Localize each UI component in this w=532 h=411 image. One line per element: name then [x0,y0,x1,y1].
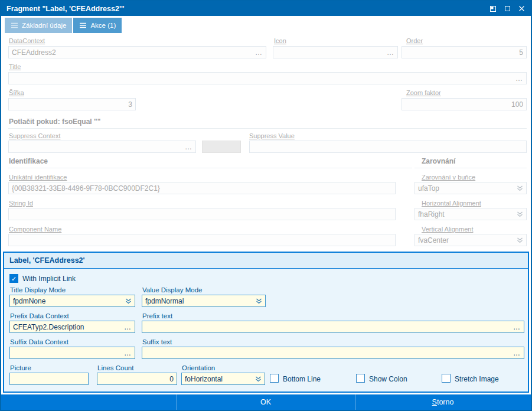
suppress-group-header: Potlačit pokud: fsoEqual "" [9,118,100,126]
dropdown-icon[interactable] [256,298,262,304]
dropdown-icon[interactable] [255,376,262,382]
footer-bar: OK Storno [1,394,531,410]
close-icon[interactable] [514,2,528,15]
title-display-mode-label: Title Display Mode [10,286,66,293]
bottom-line-checkbox[interactable] [270,374,279,383]
ok-button-label: OK [260,398,271,406]
zarovnani-v-bunce-combobox[interactable]: ufaTop [414,182,527,194]
with-implicit-link-checkbox[interactable]: ✓ [9,274,18,283]
value-display-mode-value: fpdmNormal [145,297,253,305]
component-name-label: Component Name [9,226,61,233]
zarovnani-v-bunce-value: ufaTop [418,184,514,193]
menu-icon [79,22,87,28]
order-value: 5 [405,48,523,57]
tab-akce[interactable]: Akce (1) [73,18,122,33]
browse-icon[interactable]: … [513,350,521,357]
panel-title: Label, 'CFEAddress2' [4,256,85,265]
component-name-field[interactable] [8,234,396,246]
suffix-data-context-label: Suffix Data Context [10,338,68,345]
order-label: Order [406,37,423,44]
browse-icon[interactable]: … [515,75,523,82]
orientation-label: Orientation [182,364,215,371]
horizontal-alignment-label: Horizontal Alignment [422,200,481,207]
storno-button[interactable]: Storno [355,394,530,410]
browse-icon[interactable]: … [387,49,394,56]
label-properties-panel: Label, 'CFEAddress2' ✓ With Implicit Lin… [3,252,529,393]
datacontext-field[interactable]: CFEAddress2 … [8,46,266,58]
unikatni-identifikace-value: {00B38321-33E8-4496-9F78-0BCC900DF2C1} [12,184,392,193]
zarovnani-v-bunce-label: Zarovnání v buňce [422,174,475,181]
prefix-data-context-value: CFEATyp2.Description [13,323,122,331]
dropdown-icon[interactable] [517,237,523,243]
browse-icon[interactable]: … [513,324,521,331]
value-display-mode-combobox[interactable]: fpdmNormal [142,295,266,307]
sirka-value: 3 [12,100,132,109]
browse-icon[interactable]: … [124,324,132,331]
suffix-text-field[interactable]: … [142,347,524,359]
dropdown-icon[interactable] [125,298,132,304]
title-display-mode-combobox[interactable]: fpdmNone [9,295,135,307]
show-colon-checkbox[interactable] [356,374,365,383]
lines-count-field[interactable]: 0 [97,373,177,385]
horizontal-alignment-value: fhaRight [418,210,514,218]
dropdown-icon[interactable] [517,211,523,217]
dropdown-icon[interactable] [517,185,523,191]
browse-icon[interactable]: … [255,49,263,56]
window-title: Fragment "Label, 'CFEAddress2'" [1,5,125,13]
suppress-operator-button[interactable] [202,141,241,153]
menu-icon [11,22,18,28]
vertical-alignment-label: Vertical Alignment [422,226,473,233]
bottom-line-label: Bottom Line [283,375,321,383]
stretch-image-checkbox[interactable] [442,374,451,383]
value-display-mode-label: Value Display Mode [142,286,202,293]
title-field[interactable]: … [8,72,527,84]
prefix-text-label: Prefix text [142,312,172,319]
divider [8,128,527,129]
picture-label: Picture [10,364,31,371]
suppress-context-label: Suppress Context [9,132,60,139]
vertical-alignment-value: fvaCenter [418,236,514,244]
browse-icon[interactable]: … [124,350,132,357]
prefix-text-field[interactable]: … [142,321,524,333]
vertical-alignment-combobox[interactable]: fvaCenter [414,234,527,246]
orientation-combobox[interactable]: foHorizontal [181,373,265,385]
unikatni-identifikace-label: Unikátní identifikace [9,174,67,181]
tab-bar: Základní údaje Akce (1) [5,18,122,33]
browse-icon[interactable]: … [185,143,192,151]
suppress-value-field[interactable] [249,141,527,153]
ok-button[interactable]: OK [177,394,354,410]
maximize-icon[interactable] [500,2,514,15]
picture-field[interactable] [9,373,89,385]
panel-header: Label, 'CFEAddress2' [4,253,528,269]
unikatni-identifikace-field[interactable]: {00B38321-33E8-4496-9F78-0BCC900DF2C1} [8,182,396,194]
with-implicit-link-label: With Implicit Link [22,275,76,283]
tab-zakladni-udaje[interactable]: Základní údaje [5,18,72,33]
window-controls [486,1,528,16]
zarovnani-header: Zarovnání [422,157,455,165]
horizontal-alignment-combobox[interactable]: fhaRight [414,208,527,220]
suffix-data-context-field[interactable]: … [9,347,135,359]
titlebar[interactable]: Fragment "Label, 'CFEAddress2'" [1,1,531,16]
suppress-context-field[interactable]: … [8,141,196,153]
icon-label: Icon [274,37,286,44]
order-field[interactable]: 5 [402,46,527,58]
show-colon-label: Show Colon [369,375,407,383]
fragment-dialog: Fragment "Label, 'CFEAddress2'" Základní… [0,0,532,411]
dock-icon[interactable] [486,2,500,15]
storno-button-label: torno [437,398,454,406]
lines-count-value: 0 [100,375,174,383]
sirka-field[interactable]: 3 [8,98,136,110]
icon-field[interactable]: … [273,46,398,58]
prefix-data-context-label: Prefix Data Context [10,312,69,319]
tab-label: Základní údaje [22,22,66,29]
string-id-field[interactable] [8,208,396,220]
suffix-text-label: Suffix text [142,338,172,345]
sirka-label: Šířka [9,89,24,96]
zoom-faktor-field[interactable]: 100 [402,98,527,110]
prefix-data-context-field[interactable]: CFEATyp2.Description … [9,321,135,333]
suppress-value-label: Suppress Value [249,132,295,139]
tab-label: Akce (1) [90,22,116,29]
zoom-faktor-label: Zoom faktor [406,89,441,96]
stretch-image-label: Stretch Image [455,375,499,383]
orientation-value: foHorizontal [185,375,253,383]
